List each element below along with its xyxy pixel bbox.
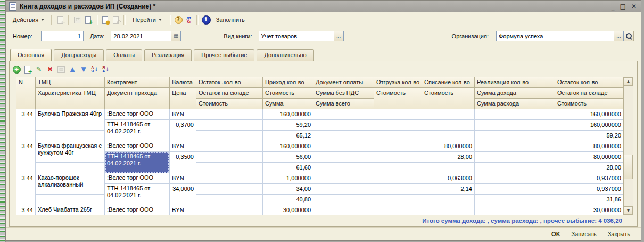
cell-prihod[interactable]: 59,20 (263, 120, 313, 131)
cell-currency[interactable]: BYN (170, 173, 196, 184)
cell-doc-oplaty[interactable] (313, 141, 374, 152)
help-icon[interactable]: ? (174, 15, 183, 25)
cell-contragent[interactable]: :Велес торг ООО (105, 141, 169, 152)
cell-prihod[interactable]: 61,60 (263, 163, 313, 173)
cell-doc-oplaty[interactable] (313, 163, 374, 173)
cell-spisanie[interactable] (422, 120, 474, 131)
delete-icon[interactable]: ✖ (45, 64, 55, 74)
cell-spisanie[interactable]: 0,063000 (422, 173, 474, 184)
tab-основная[interactable]: Основная (10, 49, 52, 61)
cell-prihod[interactable]: 56,00 (263, 152, 313, 163)
cell-currency[interactable]: BYN (170, 109, 196, 120)
cell-prihod[interactable]: 65,12 (263, 131, 313, 141)
cell-doc-oplaty[interactable] (313, 152, 374, 163)
cell-contragent[interactable]: :Велес торг ООО (105, 173, 169, 184)
edit-icon[interactable]: ✎ (34, 64, 44, 74)
cell-prihod[interactable]: 30,000000 (263, 205, 313, 215)
cell-realizacia[interactable] (475, 141, 555, 152)
info-icon[interactable]: i (201, 15, 211, 25)
cell-ostatok-nach[interactable] (196, 184, 262, 195)
scrollbar-thumb[interactable] (624, 155, 633, 179)
cell-currency[interactable]: BYN (170, 205, 196, 215)
cell-currency[interactable]: 0,3700 (170, 120, 196, 141)
cell-ostatok-nach[interactable] (196, 120, 262, 131)
choose-ellipsis-button[interactable]: ... (334, 31, 343, 41)
org-open-button[interactable] (624, 31, 634, 41)
cell-tmc[interactable]: Булочка Пражская 40гр (36, 109, 104, 131)
cell-spisanie[interactable] (422, 195, 474, 205)
cell-prihod[interactable]: 1,000000 (263, 173, 313, 184)
organization-input[interactable]: Формула успеха ... (496, 31, 624, 41)
close-button[interactable]: Закрыть (602, 230, 635, 238)
cell-spisanie[interactable]: 28,00 (422, 152, 474, 163)
cell-doc-oplaty[interactable] (313, 109, 374, 120)
cell-doc-oplaty[interactable] (313, 173, 374, 184)
close-button[interactable]: ✕ (631, 3, 637, 10)
cell-ostatok-kon[interactable]: 0,937000 (555, 173, 623, 184)
go-button[interactable]: Перейти (128, 14, 166, 25)
cell-prihod[interactable]: 160,000000 (263, 141, 313, 152)
cell-spisanie[interactable]: 2,14 (422, 184, 474, 195)
cell-spisanie[interactable] (422, 163, 474, 173)
cell-doc-oplaty[interactable] (313, 131, 374, 141)
dt-kt-icon[interactable]: ДтКт (184, 15, 194, 25)
cell-contragent[interactable]: :Велес торг ООО (105, 109, 169, 120)
cell-ostatok-nach[interactable] (196, 109, 262, 120)
date-input[interactable]: 28.02.2021 ▦ (111, 31, 181, 41)
cell-doc-oplaty[interactable] (313, 184, 374, 195)
cell-doc-oplaty[interactable] (313, 205, 374, 215)
cell-n[interactable]: 3 44 (16, 141, 35, 173)
cell-contragent[interactable]: ТТН 1418465 от 04.02.2021 г. (105, 184, 169, 205)
cell-tmc[interactable]: Какао-порошок алкализованный (36, 173, 104, 195)
actions-button[interactable]: Действия (9, 14, 48, 25)
cell-realizacia[interactable] (475, 163, 555, 173)
cell-ostatok-kon[interactable]: 80,000000 (555, 152, 623, 163)
cell-prihod[interactable]: 34,00 (263, 184, 313, 195)
cell-doc-oplaty[interactable] (313, 195, 374, 205)
cell-ostatok-kon[interactable]: 160,000000 (555, 109, 623, 120)
sort-desc-icon[interactable]: ЯА↓ (101, 64, 111, 74)
cell-otgruzka[interactable] (374, 184, 422, 195)
cell-otgruzka[interactable] (374, 120, 422, 131)
tab-доп-расходы[interactable]: Доп.расходы (54, 49, 104, 61)
cell-currency[interactable]: 0,3500 (170, 152, 196, 173)
cell-ostatok-nach[interactable] (196, 195, 262, 205)
cell-ostatok-nach[interactable] (196, 131, 262, 141)
cell-ostatok-kon[interactable]: 80,000000 (555, 141, 623, 152)
cell-n[interactable]: 3 44 (16, 205, 35, 215)
fill-button[interactable]: Заполнить (212, 14, 249, 25)
cell-ostatok-kon[interactable]: 59,20 (555, 131, 623, 141)
cell-otgruzka[interactable] (374, 131, 422, 141)
cell-tmc[interactable] (36, 163, 104, 173)
move-down-icon[interactable]: ▼ (79, 64, 88, 74)
cell-prihod[interactable]: 160,000000 (263, 109, 313, 120)
add-copy-icon[interactable]: + (23, 64, 32, 74)
vertical-scrollbar[interactable]: ▲ ▼ (623, 77, 633, 215)
post-document-icon[interactable]: ● (101, 15, 110, 25)
cell-spisanie[interactable] (422, 205, 474, 215)
cell-otgruzka[interactable] (374, 205, 422, 215)
copy-icon[interactable]: + (84, 15, 93, 25)
cell-otgruzka[interactable] (374, 163, 422, 173)
cell-realizacia[interactable] (475, 152, 555, 163)
cell-spisanie[interactable]: 80,000000 (422, 141, 474, 152)
cell-n[interactable]: 3 44 (16, 173, 35, 205)
cell-tmc[interactable] (36, 131, 104, 141)
write-button[interactable]: Записать (566, 230, 602, 238)
cell-doc-oplaty[interactable] (313, 120, 374, 131)
cell-tmc[interactable]: Булочка французская с кунжутом 40г (36, 141, 104, 163)
cell-spisanie[interactable] (422, 131, 474, 141)
cell-ostatok-kon[interactable]: 31,86 (555, 195, 623, 205)
cell-ostatok-nach[interactable] (196, 152, 262, 163)
cell-ostatok-nach[interactable] (196, 141, 262, 152)
add-icon[interactable]: + (12, 64, 21, 74)
tab-прочее-выбытие[interactable]: Прочее выбытие (194, 49, 254, 61)
scroll-down-icon[interactable]: ▼ (624, 206, 633, 215)
book-type-input[interactable]: Учет товаров ... (259, 31, 344, 41)
cell-currency[interactable]: BYN (170, 141, 196, 152)
cell-otgruzka[interactable] (374, 141, 422, 152)
cell-ostatok-nach[interactable] (196, 163, 262, 173)
cell-otgruzka[interactable] (374, 152, 422, 163)
selected-cell[interactable]: ТТН 1418465 от 04.02.2021 г. (105, 152, 169, 173)
cell-realizacia[interactable] (475, 205, 555, 215)
